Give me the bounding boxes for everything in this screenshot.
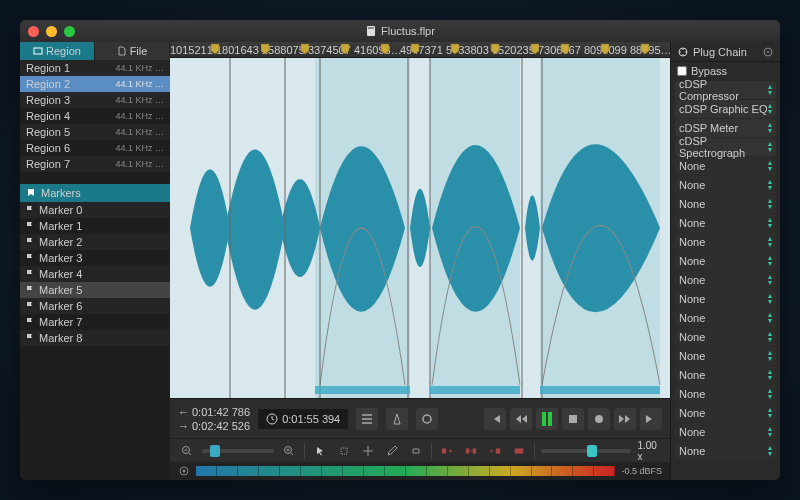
marker-row[interactable]: Marker 1 bbox=[20, 218, 170, 234]
selection-band-3[interactable] bbox=[540, 386, 660, 394]
stepper-icon[interactable]: ▴▾ bbox=[768, 84, 772, 96]
selection-band-1[interactable] bbox=[315, 386, 410, 394]
marker-row[interactable]: Marker 4 bbox=[20, 266, 170, 282]
timeline-ruler[interactable]: 1015211180164325880753374507416093…49473… bbox=[170, 42, 670, 58]
scrub-tool[interactable] bbox=[407, 443, 425, 459]
record-button[interactable] bbox=[588, 408, 610, 430]
stepper-icon[interactable]: ▴▾ bbox=[768, 141, 772, 153]
region-row[interactable]: Region 144.1 KHz … bbox=[20, 60, 170, 76]
list-view-button[interactable] bbox=[356, 408, 378, 430]
plugin-slot-empty[interactable]: None▴▾ bbox=[675, 366, 776, 384]
snap-both-button[interactable] bbox=[510, 443, 528, 459]
ruler-marker-icon[interactable] bbox=[260, 43, 270, 55]
rewind-button[interactable] bbox=[510, 408, 532, 430]
plugin-slot-empty[interactable]: None▴▾ bbox=[675, 195, 776, 213]
forward-button[interactable] bbox=[614, 408, 636, 430]
region-row[interactable]: Region 544.1 KHz … bbox=[20, 124, 170, 140]
stepper-icon[interactable]: ▴▾ bbox=[768, 274, 772, 286]
stepper-icon[interactable]: ▴▾ bbox=[768, 445, 772, 457]
plugin-slot-empty[interactable]: None▴▾ bbox=[675, 271, 776, 289]
stepper-icon[interactable]: ▴▾ bbox=[768, 179, 772, 191]
stepper-icon[interactable]: ▴▾ bbox=[768, 255, 772, 267]
meter-settings-icon[interactable] bbox=[178, 465, 190, 477]
tab-file[interactable]: File bbox=[95, 42, 170, 60]
loop-button[interactable] bbox=[416, 408, 438, 430]
ruler-marker-icon[interactable] bbox=[450, 43, 460, 55]
stepper-icon[interactable]: ▴▾ bbox=[768, 198, 772, 210]
stepper-icon[interactable]: ▴▾ bbox=[768, 312, 772, 324]
region-row[interactable]: Region 344.1 KHz … bbox=[20, 92, 170, 108]
stepper-icon[interactable]: ▴▾ bbox=[768, 426, 772, 438]
speed-slider[interactable] bbox=[541, 449, 631, 453]
zoom-out-button[interactable] bbox=[178, 443, 196, 459]
region-tool[interactable] bbox=[335, 443, 353, 459]
plugin-slot-empty[interactable]: None▴▾ bbox=[675, 328, 776, 346]
ruler-marker-icon[interactable] bbox=[640, 43, 650, 55]
ruler-marker-icon[interactable] bbox=[560, 43, 570, 55]
plugin-slot-empty[interactable]: None▴▾ bbox=[675, 252, 776, 270]
plugin-slot-filled[interactable]: cDSP Compressor▴▾ bbox=[675, 81, 776, 99]
ruler-marker-icon[interactable] bbox=[210, 43, 220, 55]
plugin-slot-empty[interactable]: None▴▾ bbox=[675, 290, 776, 308]
crosshair-tool[interactable] bbox=[359, 443, 377, 459]
stepper-icon[interactable]: ▴▾ bbox=[768, 236, 772, 248]
ruler-marker-icon[interactable] bbox=[530, 43, 540, 55]
speed-handle[interactable] bbox=[587, 445, 597, 457]
pencil-tool[interactable] bbox=[383, 443, 401, 459]
marker-row[interactable]: Marker 2 bbox=[20, 234, 170, 250]
tab-region[interactable]: Region bbox=[20, 42, 95, 60]
stop-button[interactable] bbox=[562, 408, 584, 430]
stepper-icon[interactable]: ▴▾ bbox=[768, 388, 772, 400]
plugin-slot-empty[interactable]: None▴▾ bbox=[675, 404, 776, 422]
titlebar[interactable]: Fluctus.flpr bbox=[20, 20, 780, 42]
plugin-slot-empty[interactable]: None▴▾ bbox=[675, 442, 776, 460]
plugin-slot-empty[interactable]: None▴▾ bbox=[675, 157, 776, 175]
plugin-slot-filled[interactable]: cDSP Spectrograph▴▾ bbox=[675, 138, 776, 156]
pointer-tool[interactable] bbox=[311, 443, 329, 459]
zoom-handle[interactable] bbox=[210, 445, 220, 457]
plugin-slot-empty[interactable]: None▴▾ bbox=[675, 385, 776, 403]
snap-link-button[interactable] bbox=[462, 443, 480, 459]
stepper-icon[interactable]: ▴▾ bbox=[768, 350, 772, 362]
stepper-icon[interactable]: ▴▾ bbox=[768, 293, 772, 305]
snap-left-button[interactable] bbox=[438, 443, 456, 459]
ruler-marker-icon[interactable] bbox=[380, 43, 390, 55]
ruler-marker-icon[interactable] bbox=[340, 43, 350, 55]
plugin-slot-empty[interactable]: None▴▾ bbox=[675, 309, 776, 327]
marker-row[interactable]: Marker 8 bbox=[20, 330, 170, 346]
plugin-slot-empty[interactable]: None▴▾ bbox=[675, 176, 776, 194]
marker-row[interactable]: Marker 0 bbox=[20, 202, 170, 218]
metronome-button[interactable] bbox=[386, 408, 408, 430]
stepper-icon[interactable]: ▴▾ bbox=[768, 217, 772, 229]
markers-header[interactable]: Markers bbox=[20, 184, 170, 202]
marker-row[interactable]: Marker 5 bbox=[20, 282, 170, 298]
stepper-icon[interactable]: ▴▾ bbox=[768, 122, 772, 134]
stepper-icon[interactable]: ▴▾ bbox=[768, 407, 772, 419]
main-time-display[interactable]: 0:01:55 394 bbox=[258, 409, 348, 429]
region-row[interactable]: Region 744.1 KHz … bbox=[20, 156, 170, 172]
marker-row[interactable]: Marker 7 bbox=[20, 314, 170, 330]
stepper-icon[interactable]: ▴▾ bbox=[768, 103, 772, 115]
marker-row[interactable]: Marker 6 bbox=[20, 298, 170, 314]
stepper-icon[interactable]: ▴▾ bbox=[768, 369, 772, 381]
ruler-marker-icon[interactable] bbox=[490, 43, 500, 55]
skip-end-button[interactable] bbox=[640, 408, 662, 430]
ruler-marker-icon[interactable] bbox=[600, 43, 610, 55]
marker-row[interactable]: Marker 3 bbox=[20, 250, 170, 266]
skip-start-button[interactable] bbox=[484, 408, 506, 430]
region-row[interactable]: Region 444.1 KHz … bbox=[20, 108, 170, 124]
pause-button[interactable] bbox=[536, 408, 558, 430]
plugin-slot-filled[interactable]: cDSP Graphic EQ▴▾ bbox=[675, 100, 776, 118]
ruler-marker-icon[interactable] bbox=[300, 43, 310, 55]
selection-band-2[interactable] bbox=[430, 386, 520, 394]
zoom-slider[interactable] bbox=[202, 449, 274, 453]
region-row[interactable]: Region 644.1 KHz … bbox=[20, 140, 170, 156]
ruler-marker-icon[interactable] bbox=[410, 43, 420, 55]
plugin-slot-empty[interactable]: None▴▾ bbox=[675, 347, 776, 365]
waveform-view[interactable] bbox=[170, 58, 670, 398]
region-row[interactable]: Region 244.1 KHz … bbox=[20, 76, 170, 92]
bypass-checkbox[interactable] bbox=[677, 66, 687, 76]
plugin-settings-icon[interactable] bbox=[762, 46, 774, 58]
plugin-slot-empty[interactable]: None▴▾ bbox=[675, 233, 776, 251]
plugin-slot-empty[interactable]: None▴▾ bbox=[675, 214, 776, 232]
